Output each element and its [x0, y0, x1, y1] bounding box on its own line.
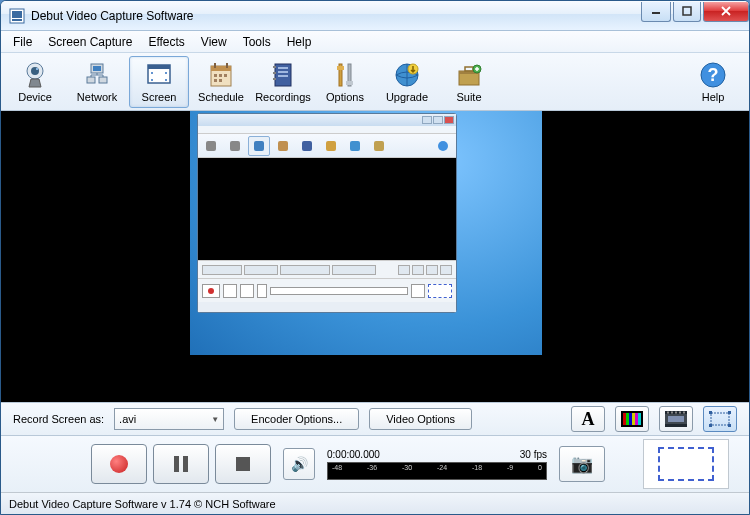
svg-rect-2	[12, 19, 22, 21]
screen-icon	[145, 61, 173, 89]
device-button[interactable]: Device	[5, 56, 65, 108]
colorbars-icon	[621, 411, 643, 427]
svg-rect-26	[219, 79, 222, 82]
svg-point-16	[151, 79, 153, 81]
app-window: Debut Video Capture Software File Screen…	[0, 0, 750, 515]
recordings-button[interactable]: Recordings	[253, 56, 313, 108]
text-overlay-button[interactable]: A	[571, 406, 605, 432]
svg-rect-59	[679, 412, 681, 414]
format-select[interactable]: .avi ▼	[114, 408, 224, 430]
suite-button[interactable]: Suite	[439, 56, 499, 108]
menu-help[interactable]: Help	[279, 33, 320, 51]
svg-rect-22	[214, 74, 217, 77]
svg-rect-29	[278, 71, 288, 73]
svg-rect-13	[148, 65, 170, 69]
menubar: File Screen Capture Effects View Tools H…	[1, 31, 749, 53]
upgrade-label: Upgrade	[386, 91, 428, 103]
svg-rect-61	[668, 416, 684, 422]
schedule-button[interactable]: Schedule	[191, 56, 251, 108]
preview-desktop	[190, 111, 542, 355]
menu-tools[interactable]: Tools	[235, 33, 279, 51]
color-bars-button[interactable]	[615, 406, 649, 432]
menu-screen-capture[interactable]: Screen Capture	[40, 33, 140, 51]
svg-rect-32	[273, 72, 276, 74]
minimize-button[interactable]	[641, 2, 671, 22]
format-bar: Record Screen as: .avi ▼ Encoder Options…	[1, 402, 749, 436]
svg-rect-49	[629, 413, 632, 425]
svg-rect-31	[273, 66, 276, 68]
transport-controls	[91, 444, 271, 484]
titlebar: Debut Video Capture Software	[1, 1, 749, 31]
options-button[interactable]: Options	[315, 56, 375, 108]
stop-button[interactable]	[215, 444, 271, 484]
svg-point-7	[36, 68, 38, 70]
svg-rect-63	[709, 411, 712, 414]
fps-display: 30 fps	[520, 449, 547, 460]
selection-preview-icon	[658, 447, 714, 481]
svg-rect-52	[638, 413, 641, 425]
film-icon	[665, 411, 687, 427]
text-icon: A	[582, 409, 595, 430]
encoder-options-button[interactable]: Encoder Options...	[234, 408, 359, 430]
db-meter: -48 -36 -30 -24 -18 -9 0	[327, 462, 547, 480]
svg-rect-56	[667, 412, 669, 414]
format-value: .avi	[119, 413, 136, 425]
svg-rect-55	[665, 424, 687, 427]
network-button[interactable]: Network	[67, 56, 127, 108]
svg-rect-10	[87, 77, 95, 83]
svg-rect-30	[278, 75, 288, 77]
thumbnail-slot[interactable]	[643, 439, 729, 489]
record-button[interactable]	[91, 444, 147, 484]
svg-rect-48	[626, 413, 629, 425]
volume-button[interactable]: 🔊	[283, 448, 315, 480]
filmstrip-button[interactable]	[659, 406, 693, 432]
svg-rect-24	[224, 74, 227, 77]
menu-effects[interactable]: Effects	[140, 33, 192, 51]
level-meter: 0:00:00.000 30 fps -48 -36 -30 -24 -18 -…	[327, 449, 547, 480]
window-title: Debut Video Capture Software	[31, 9, 639, 23]
svg-rect-47	[623, 413, 626, 425]
globe-upgrade-icon	[393, 61, 421, 89]
svg-rect-66	[728, 424, 731, 427]
crop-button[interactable]	[703, 406, 737, 432]
record-icon	[110, 455, 128, 473]
camera-icon: 📷	[571, 453, 593, 475]
stop-icon	[236, 457, 250, 471]
svg-point-15	[165, 72, 167, 74]
upgrade-button[interactable]: Upgrade	[377, 56, 437, 108]
status-text: Debut Video Capture Software v 1.74 © NC…	[9, 498, 276, 510]
svg-rect-11	[99, 77, 107, 83]
svg-rect-33	[273, 78, 276, 80]
close-button[interactable]	[703, 2, 749, 22]
svg-rect-62	[711, 413, 729, 425]
help-button[interactable]: ? Help	[683, 56, 743, 108]
svg-rect-3	[652, 12, 660, 14]
pause-icon	[174, 456, 188, 472]
speaker-icon: 🔊	[291, 456, 308, 472]
recordings-label: Recordings	[255, 91, 311, 103]
menu-file[interactable]: File	[5, 33, 40, 51]
tools-icon	[331, 61, 359, 89]
svg-rect-60	[683, 412, 685, 414]
options-label: Options	[326, 91, 364, 103]
svg-point-17	[165, 79, 167, 81]
menu-view[interactable]: View	[193, 33, 235, 51]
svg-rect-50	[632, 413, 635, 425]
screen-button[interactable]: Screen	[129, 56, 189, 108]
svg-point-14	[151, 72, 153, 74]
preview-area	[1, 111, 749, 402]
svg-rect-20	[214, 63, 216, 68]
screen-label: Screen	[142, 91, 177, 103]
svg-rect-42	[465, 67, 473, 71]
pause-button[interactable]	[153, 444, 209, 484]
svg-rect-36	[337, 66, 344, 70]
maximize-button[interactable]	[673, 2, 701, 22]
record-as-label: Record Screen as:	[13, 413, 104, 425]
svg-rect-1	[12, 11, 22, 18]
video-options-button[interactable]: Video Options	[369, 408, 472, 430]
svg-rect-28	[278, 67, 288, 69]
snapshot-button[interactable]: 📷	[559, 446, 605, 482]
chevron-down-icon: ▼	[211, 415, 219, 424]
svg-rect-64	[728, 411, 731, 414]
svg-text:?: ?	[708, 65, 719, 85]
